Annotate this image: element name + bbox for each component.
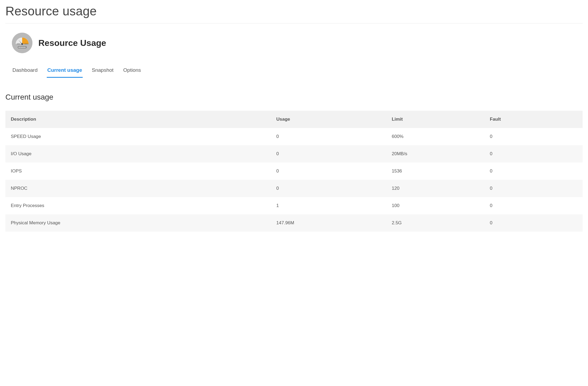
cell-fault: 0 — [485, 197, 583, 214]
module-title: Resource Usage — [38, 38, 106, 48]
tab-options[interactable]: Options — [123, 66, 141, 78]
column-header-limit: Limit — [386, 111, 485, 128]
cell-limit: 2.5G — [386, 214, 485, 232]
cell-description: Physical Memory Usage — [5, 214, 271, 232]
cell-fault: 0 — [485, 145, 583, 162]
svg-point-2 — [21, 43, 23, 45]
cell-limit: 120 — [386, 180, 485, 197]
cell-fault: 0 — [485, 180, 583, 197]
usage-table: DescriptionUsageLimitFault SPEED Usage06… — [5, 111, 583, 232]
svg-text:MIN: MIN — [17, 43, 20, 45]
tab-current-usage[interactable]: Current usage — [47, 66, 83, 78]
svg-rect-8 — [22, 47, 24, 48]
cell-fault: 0 — [485, 162, 583, 180]
cell-description: SPEED Usage — [5, 128, 271, 145]
column-header-usage: Usage — [271, 111, 386, 128]
cell-fault: 0 — [485, 214, 583, 232]
svg-rect-6 — [18, 47, 20, 48]
svg-rect-9 — [24, 47, 26, 48]
column-header-fault: Fault — [485, 111, 583, 128]
cell-description: NPROC — [5, 180, 271, 197]
page-title: Resource usage — [5, 0, 583, 23]
module-header: MIN MAX Resource Usage — [5, 23, 583, 59]
tab-snapshot[interactable]: Snapshot — [91, 66, 114, 78]
column-header-description: Description — [5, 111, 271, 128]
cell-usage: 147.96M — [271, 214, 386, 232]
cell-usage: 0 — [271, 180, 386, 197]
cell-limit: 600% — [386, 128, 485, 145]
cell-description: I/O Usage — [5, 145, 271, 162]
cell-usage: 0 — [271, 145, 386, 162]
cell-description: IOPS — [5, 162, 271, 180]
cell-usage: 1 — [271, 197, 386, 214]
cell-usage: 0 — [271, 128, 386, 145]
cell-description: Entry Processes — [5, 197, 271, 214]
cell-usage: 0 — [271, 162, 386, 180]
gauge-icon: MIN MAX — [12, 33, 32, 53]
tab-dashboard[interactable]: Dashboard — [12, 66, 38, 78]
cell-fault: 0 — [485, 128, 583, 145]
svg-rect-7 — [20, 47, 22, 48]
tabs: DashboardCurrent usageSnapshotOptions — [5, 59, 583, 78]
cell-limit: 20MB/s — [386, 145, 485, 162]
cell-limit: 1536 — [386, 162, 485, 180]
svg-text:MAX: MAX — [24, 43, 29, 45]
cell-limit: 100 — [386, 197, 485, 214]
section-title: Current usage — [5, 93, 583, 101]
